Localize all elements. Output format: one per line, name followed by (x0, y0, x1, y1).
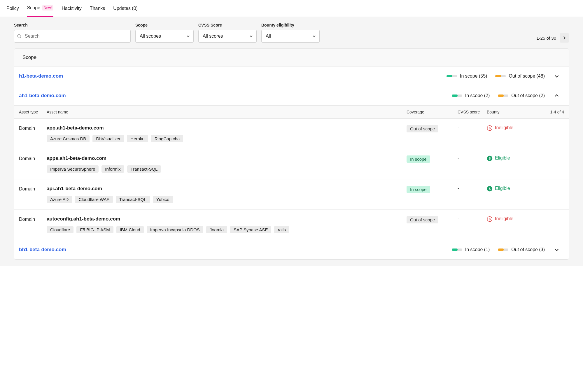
asset-bounty: $ Eligible (487, 186, 564, 203)
out-scope-count: Out of scope (3) (511, 247, 545, 252)
tab-thanks-label: Thanks (90, 6, 105, 11)
out-scope-count: Out of scope (2) (511, 93, 545, 98)
scope-select-value: All scopes (140, 34, 161, 39)
tab-hacktivity-label: Hacktivity (62, 6, 81, 11)
asset-row: Domain apps.ah1-beta-demo.com Imperva Se… (14, 149, 569, 179)
expand-toggle[interactable] (553, 72, 561, 80)
search-input[interactable] (14, 30, 131, 43)
pager-next-button[interactable] (560, 33, 569, 43)
in-scope-count: In scope (55) (460, 74, 487, 79)
tech-tag: Imperva Incapsula DDOS (147, 226, 203, 233)
asset-tags: Imperva SecureSphereInformixTransact-SQL (47, 165, 407, 173)
in-scope-pill-icon (447, 75, 457, 77)
svg-text:$: $ (489, 157, 491, 160)
scope-name-link[interactable]: ah1-beta-demo.com (19, 93, 66, 99)
dollar-circle-icon: $ (487, 155, 493, 161)
col-asset-type: Asset type (19, 110, 47, 114)
svg-text:$: $ (489, 217, 491, 221)
tech-tag: Joomla (206, 226, 227, 233)
dollar-circle-icon: $ (487, 216, 493, 222)
tab-updates-label: Updates (0) (113, 6, 138, 11)
asset-header-row: Asset type Asset name Coverage CVSS scor… (14, 106, 569, 119)
asset-name: api.ah1-beta-demo.com (47, 186, 407, 192)
in-scope-pill-icon (452, 249, 462, 251)
tech-tag: F5 BIG-IP ASM (76, 226, 113, 233)
tab-policy-label: Policy (6, 6, 19, 11)
asset-type: Domain (19, 155, 47, 173)
asset-tags: CloudflareF5 BIG-IP ASMIBM CloudImperva … (47, 226, 407, 233)
tech-tag: Cloudflare WAF (75, 196, 113, 203)
tech-tag: Transact-SQL (116, 196, 150, 203)
asset-main: apps.ah1-beta-demo.com Imperva SecureSph… (47, 155, 407, 173)
asset-type: Domain (19, 125, 47, 142)
in-scope-stat: In scope (2) (452, 93, 490, 98)
asset-row: Domain app.ah1-beta-demo.com Azure Cosmo… (14, 119, 569, 149)
col-asset-name: Asset name (47, 110, 407, 114)
out-scope-stat: Out of scope (48) (495, 74, 545, 79)
asset-row: Domain api.ah1-beta-demo.com Azure ADClo… (14, 179, 569, 210)
tech-tag: Azure AD (47, 196, 72, 203)
svg-text:$: $ (489, 187, 491, 190)
tech-tag: Transact-SQL (127, 165, 161, 173)
asset-name: app.ah1-beta-demo.com (47, 125, 407, 131)
bounty-filter: Bounty eligibility All (261, 23, 320, 43)
cvss-filter-label: CVSS Score (198, 23, 257, 27)
asset-bounty: $ Ineligible (487, 125, 564, 142)
scope-filter: Scope All scopes (135, 23, 194, 43)
asset-bounty: $ Ineligible (487, 216, 564, 233)
tab-policy[interactable]: Policy (6, 0, 19, 17)
bounty-label: Ineligible (495, 125, 513, 130)
card-title: Scope (14, 49, 569, 66)
tech-tag: Heroku (127, 135, 148, 142)
cvss-select-value: All scores (203, 34, 223, 39)
tech-tag: Yubico (153, 196, 173, 203)
filters-bar: Search Scope All scopes CVSS Score All s… (0, 17, 583, 48)
tab-hacktivity[interactable]: Hacktivity (62, 0, 81, 17)
scope-name-link[interactable]: bh1-beta-demo.com (19, 247, 66, 253)
coverage-badge: Out of scope (407, 125, 438, 132)
svg-line-1 (20, 37, 21, 38)
tech-tag: RingCaptcha (151, 135, 183, 142)
cvss-filter: CVSS Score All scores (198, 23, 257, 43)
asset-bounty: $ Eligible (487, 155, 564, 173)
new-badge: New! (42, 5, 53, 10)
svg-point-0 (17, 34, 20, 37)
bounty-label: Ineligible (495, 216, 513, 221)
tech-tag: IBM Cloud (116, 226, 144, 233)
tech-tag: Informix (101, 165, 124, 173)
asset-type: Domain (19, 186, 47, 203)
pager-summary: 1-25 of 30 (536, 36, 556, 41)
col-coverage: Coverage (407, 110, 458, 114)
tab-thanks[interactable]: Thanks (90, 0, 105, 17)
tab-updates[interactable]: Updates (0) (113, 0, 138, 17)
out-scope-pill-icon (498, 94, 508, 97)
in-scope-stat: In scope (55) (447, 74, 487, 79)
out-scope-pill-icon (498, 249, 508, 251)
search-label: Search (14, 23, 131, 27)
in-scope-pill-icon (452, 94, 462, 97)
tech-tag: SAP Sybase ASE (230, 226, 271, 233)
scope-stats: In scope (1) Out of scope (3) (452, 246, 561, 253)
cvss-select[interactable]: All scores (198, 30, 257, 43)
out-scope-stat: Out of scope (2) (498, 93, 545, 98)
tab-scope[interactable]: Scope New! (27, 0, 54, 17)
expand-toggle[interactable] (553, 92, 561, 99)
asset-cvss: - (458, 186, 487, 203)
scope-name-link[interactable]: h1-beta-demo.com (19, 73, 63, 79)
tabs-bar: Policy Scope New! Hacktivity Thanks Upda… (0, 0, 583, 17)
asset-cvss: - (458, 125, 487, 142)
out-scope-stat: Out of scope (3) (498, 247, 545, 252)
coverage-badge: In scope (407, 186, 430, 193)
scope-row[interactable]: h1-beta-demo.com In scope (55) Out of sc… (14, 66, 569, 86)
asset-cvss: - (458, 216, 487, 233)
expand-toggle[interactable] (553, 246, 561, 253)
bounty-select-value: All (266, 34, 271, 39)
bounty-select[interactable]: All (261, 30, 320, 43)
scope-row[interactable]: bh1-beta-demo.com In scope (1) Out of sc… (14, 240, 569, 260)
scope-select[interactable]: All scopes (135, 30, 194, 43)
out-scope-count: Out of scope (48) (509, 74, 545, 79)
asset-coverage: In scope (407, 186, 458, 203)
scope-row[interactable]: ah1-beta-demo.com In scope (2) Out of sc… (14, 86, 569, 106)
asset-name: autoconfig.ah1-beta-demo.com (47, 216, 407, 222)
tech-tag: rails (274, 226, 289, 233)
